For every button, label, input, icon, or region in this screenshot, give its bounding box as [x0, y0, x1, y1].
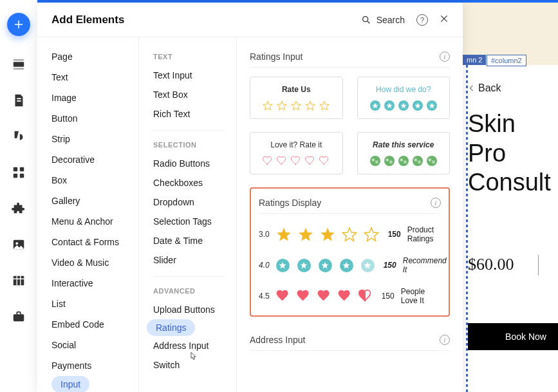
subcat-group-advanced: ADVANCED [153, 281, 236, 300]
close-button[interactable] [440, 13, 449, 26]
heart-icon [338, 289, 352, 303]
heart-icon [317, 289, 331, 303]
subcat-selection-tags[interactable]: Selection Tags [153, 212, 236, 231]
star-outline-icon [291, 100, 301, 111]
subcat-ratings[interactable]: Ratings [147, 319, 195, 336]
address-input-section-header: Address Input i [250, 330, 450, 351]
back-label: Back [478, 82, 501, 94]
element-subcategories: TEXTText InputText BoxRich TextSELECTION… [139, 37, 237, 392]
svg-rect-6 [20, 167, 24, 171]
category-contact-forms[interactable]: Contact & Forms [51, 232, 138, 252]
puzzle-icon[interactable] [11, 201, 26, 216]
ratings-display-highlight: Ratings Display i 3.0 150 Product Rating… [250, 187, 450, 317]
globe-icon [370, 156, 380, 166]
rating-label: Product Ratings [407, 225, 441, 243]
category-input[interactable]: Input [51, 376, 89, 392]
category-menu-anchor[interactable]: Menu & Anchor [51, 211, 138, 232]
subcat-text-box[interactable]: Text Box [153, 85, 236, 104]
apps-icon[interactable] [11, 165, 26, 180]
circle-star-icon [427, 100, 437, 111]
element-categories: PageTextImageButtonStripDecorativeBoxGal… [37, 37, 139, 392]
heart-outline-icon [291, 156, 301, 166]
business-icon[interactable] [11, 309, 26, 324]
svg-rect-0 [14, 62, 24, 66]
subcat-checkboxes[interactable]: Checkboxes [153, 173, 236, 192]
globe-icon [384, 156, 395, 166]
svg-point-13 [362, 16, 367, 21]
category-strip[interactable]: Strip [51, 129, 138, 149]
section-title: Address Input [250, 335, 305, 345]
subcat-upload-buttons[interactable]: Upload Buttons [153, 300, 236, 319]
circle-star-icon [398, 100, 409, 111]
star-outline-icon [277, 100, 287, 111]
info-icon[interactable]: i [431, 198, 441, 208]
rating-value: 3.0 [259, 230, 270, 239]
category-text[interactable]: Text [51, 67, 138, 88]
subcat-dropdown[interactable]: Dropdown [153, 192, 236, 212]
panel-header: Add Elements Search ? [37, 3, 463, 37]
chevron-left-icon [468, 84, 476, 92]
globe-icon [398, 156, 409, 166]
rating-count: 150 [384, 261, 396, 270]
globe-icon [413, 156, 423, 166]
category-box[interactable]: Box [51, 170, 138, 191]
svg-rect-7 [14, 174, 17, 178]
ratings-input-preset-hearts[interactable]: Love it? Rate it [250, 132, 343, 174]
subcat-radio-buttons[interactable]: Radio Buttons [153, 154, 236, 173]
rating-value: 4.0 [259, 261, 270, 270]
info-icon[interactable]: i [440, 51, 450, 62]
subcat-date-time[interactable]: Date & Time [153, 231, 236, 250]
category-decorative[interactable]: Decorative [51, 149, 138, 170]
search-icon [361, 15, 371, 25]
category-image[interactable]: Image [51, 88, 138, 108]
circle-star-icon [370, 100, 380, 111]
rating-count: 150 [388, 230, 401, 239]
category-page[interactable]: Page [51, 46, 138, 67]
product-title: Skin Pro Consult [468, 109, 558, 198]
subcat-switch[interactable]: Switch [153, 355, 236, 375]
ratings-input-preset-globes[interactable]: Rate this service [357, 132, 451, 174]
subcat-text-input[interactable]: Text Input [153, 66, 236, 85]
ratings-input-preset-stars-outline[interactable]: Rate Us [250, 77, 343, 119]
category-video-music[interactable]: Video & Music [51, 252, 138, 273]
pages-icon[interactable] [11, 93, 26, 108]
book-now-button[interactable]: Book Now [468, 323, 558, 350]
data-icon[interactable] [11, 273, 26, 288]
svg-rect-1 [14, 59, 24, 61]
svg-point-10 [15, 242, 18, 245]
star-icon [342, 227, 357, 242]
category-list[interactable]: List [51, 294, 138, 314]
back-link[interactable]: Back [468, 82, 501, 94]
design-icon[interactable] [11, 129, 26, 144]
star-icon [320, 227, 335, 242]
category-button[interactable]: Button [51, 108, 138, 129]
svg-rect-11 [14, 276, 24, 286]
category-interactive[interactable]: Interactive [51, 273, 138, 294]
star-outline-icon [319, 100, 330, 111]
category-payments[interactable]: Payments [51, 355, 138, 376]
add-elements-button[interactable] [7, 13, 30, 36]
category-embed-code[interactable]: Embed Code [51, 314, 138, 335]
panel-search[interactable]: Search [361, 15, 405, 25]
svg-rect-4 [17, 100, 21, 102]
heart-icon [276, 289, 290, 303]
ratings-display-preset-hearts[interactable]: 4.5 150 People Love It [259, 287, 441, 305]
star-outline-icon [305, 100, 315, 111]
ratings-display-preset-circle-stars[interactable]: 4.0 150 Recommend It [259, 256, 441, 274]
help-button[interactable]: ? [416, 14, 428, 26]
circle-star-icon [297, 259, 311, 272]
subcat-slider[interactable]: Slider [153, 250, 236, 270]
media-icon[interactable] [11, 237, 26, 252]
heart-outline-icon [305, 156, 315, 166]
info-icon[interactable]: i [440, 335, 450, 345]
category-gallery[interactable]: Gallery [51, 191, 138, 211]
category-social[interactable]: Social [51, 335, 138, 355]
ratings-input-preset-circle-stars[interactable]: How did we do? [357, 77, 451, 119]
subcat-rich-text[interactable]: Rich Text [153, 104, 236, 124]
sections-icon[interactable] [11, 57, 26, 72]
heart-outline-icon [263, 156, 273, 166]
subcat-address-input[interactable]: Address Input [153, 336, 236, 355]
ratings-display-preset-stars[interactable]: 3.0 150 Product Ratings [259, 225, 441, 243]
preset-label: How did we do? [376, 85, 431, 94]
close-icon [440, 14, 449, 23]
